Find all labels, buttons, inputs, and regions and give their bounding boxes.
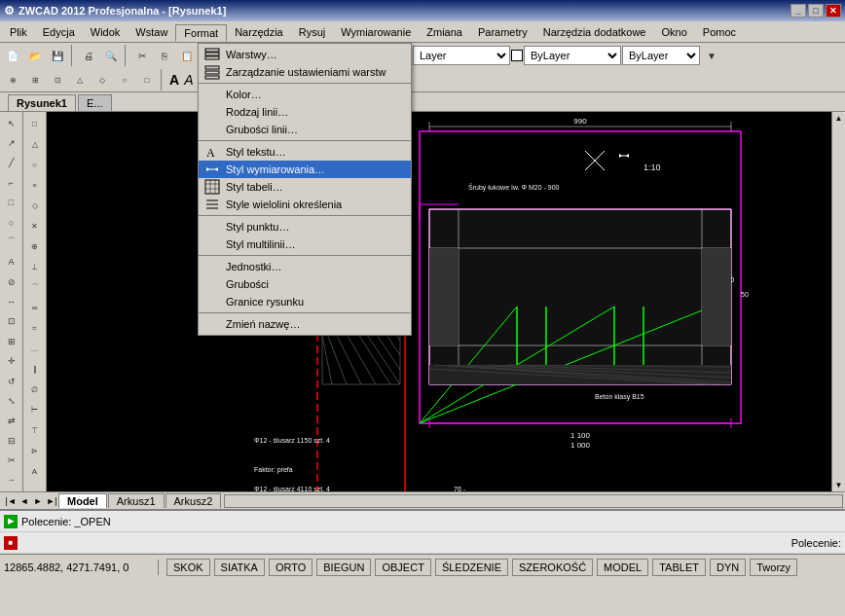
- status-szerokosc[interactable]: SZEROKOŚĆ: [512, 559, 593, 576]
- sheet-nav-last[interactable]: ►|: [45, 494, 58, 508]
- snap-quad-btn[interactable]: ◇: [25, 196, 45, 215]
- menu-narzedzia-dodatkowe[interactable]: Narzędzia dodatkowe: [535, 24, 654, 40]
- menu-kolor[interactable]: Kolor…: [199, 86, 411, 103]
- menu-rodzaj-linii[interactable]: Rodzaj linii…: [199, 103, 411, 121]
- mirror-btn[interactable]: ⇌: [2, 412, 21, 430]
- trim-btn[interactable]: ✂: [2, 451, 21, 469]
- menu-styl-multilinii[interactable]: Styl multilinii…: [199, 236, 411, 253]
- close-button[interactable]: ✕: [826, 4, 841, 18]
- snap-app-btn[interactable]: ≈: [25, 318, 45, 338]
- menu-zmien-nazwe[interactable]: Zmień nazwę…: [199, 315, 411, 333]
- menu-narzedzia[interactable]: Narzędzia: [227, 24, 291, 40]
- extra2-btn[interactable]: A: [25, 461, 45, 481]
- maximize-button[interactable]: □: [808, 4, 824, 18]
- polyline-btn[interactable]: ⌐: [2, 173, 21, 192]
- snap-tan-btn[interactable]: ⌒: [25, 277, 45, 297]
- dim-btn[interactable]: ↔: [2, 292, 21, 310]
- menu-warstwy-mgr[interactable]: Zarządzanie ustawieniami warstw: [199, 63, 411, 81]
- rotate-btn[interactable]: ↺: [2, 372, 21, 390]
- menu-edycja[interactable]: Edycja: [35, 24, 83, 40]
- menu-plik[interactable]: Plik: [2, 24, 35, 40]
- menu-styl-punktu[interactable]: Styl punktu…: [199, 218, 411, 236]
- snap-btn[interactable]: ⊕: [2, 69, 23, 91]
- extra-btn[interactable]: ⊳: [25, 441, 45, 460]
- status-object[interactable]: OBJECT: [375, 559, 430, 576]
- sheet-tab-model[interactable]: Model: [58, 493, 107, 508]
- extend-btn[interactable]: →: [2, 471, 21, 489]
- menu-warstwy[interactable]: Warstwy…: [199, 46, 411, 63]
- snap-none-btn[interactable]: ∅: [25, 380, 45, 399]
- minimize-button[interactable]: _: [790, 4, 806, 18]
- save-button[interactable]: 💾: [47, 45, 68, 66]
- menu-widok[interactable]: Widok: [83, 24, 129, 40]
- arc-btn[interactable]: ⌒: [2, 233, 21, 251]
- select2-btn[interactable]: ↗: [2, 133, 21, 152]
- menu-styl-tabeli[interactable]: Styl tabeli…: [199, 178, 411, 196]
- snap-par-btn[interactable]: ∥: [25, 359, 45, 379]
- print-preview-button[interactable]: 🔍: [100, 45, 122, 66]
- sheet-nav-prev[interactable]: ◄: [18, 494, 31, 508]
- text-btn[interactable]: A: [2, 253, 21, 272]
- menu-wymiarowanie[interactable]: Wymiarowanie: [333, 24, 419, 40]
- drawing-area[interactable]: 990 50 1:10 1 100 1 000 Φ12 - ślusarz 41…: [47, 112, 831, 491]
- scroll-down-btn[interactable]: ▼: [835, 481, 843, 489]
- snap-mid-btn[interactable]: △: [25, 134, 45, 154]
- menu-zmiana[interactable]: Zmiana: [419, 24, 470, 40]
- snap3-btn[interactable]: ⊡: [47, 69, 68, 91]
- snap-end-btn[interactable]: □: [25, 114, 45, 133]
- hatch-btn[interactable]: ⊘: [2, 272, 21, 291]
- paste-button[interactable]: 📋: [176, 45, 198, 66]
- status-sledzenie[interactable]: ŚLEDZENIE: [435, 559, 508, 576]
- cut-button[interactable]: ✂: [131, 45, 153, 66]
- menu-grubosci-linii[interactable]: Grubości linii…: [199, 121, 411, 138]
- snap-near-btn[interactable]: ∞: [25, 298, 45, 317]
- menu-parametry[interactable]: Parametry: [470, 24, 535, 40]
- linetype-select[interactable]: ByLayer: [524, 46, 621, 65]
- snap2-btn[interactable]: ⊞: [24, 69, 46, 91]
- menu-format[interactable]: Format: [175, 24, 227, 42]
- snap4-btn[interactable]: △: [69, 69, 91, 91]
- line-btn[interactable]: ╱: [2, 154, 21, 172]
- menu-styl-wymiarowania[interactable]: Styl wymiarowania…: [199, 161, 411, 178]
- snap-node-btn[interactable]: ×: [25, 175, 45, 195]
- tab-edycja[interactable]: E...: [78, 94, 112, 111]
- sheet-nav-first[interactable]: |◄: [4, 494, 18, 508]
- status-tworzy[interactable]: Tworzy: [750, 559, 797, 576]
- offset-btn[interactable]: ⊟: [2, 431, 21, 450]
- snap6-btn[interactable]: ○: [114, 69, 135, 91]
- status-orto[interactable]: ORTO: [269, 559, 312, 576]
- menu-granice[interactable]: Granice rysunku: [199, 293, 411, 310]
- snap-per-btn[interactable]: ⊥: [25, 257, 45, 276]
- right-scrollbar[interactable]: ▲ ▼: [831, 112, 845, 491]
- status-dyn[interactable]: DYN: [710, 559, 746, 576]
- snap7-btn[interactable]: □: [136, 69, 158, 91]
- menu-pomoc[interactable]: Pomoc: [695, 24, 744, 40]
- tab-rysunek1[interactable]: Rysunek1: [8, 94, 76, 111]
- menu-wstaw[interactable]: Wstaw: [128, 24, 175, 40]
- scale-btn[interactable]: ⤡: [2, 391, 21, 410]
- snap-tt-btn[interactable]: ⊤: [25, 420, 45, 440]
- sheet-nav-next[interactable]: ►: [31, 494, 45, 508]
- menu-grubosci[interactable]: Grubości: [199, 275, 411, 293]
- move-btn[interactable]: ✛: [2, 352, 21, 371]
- menu-okno[interactable]: Okno: [654, 24, 695, 40]
- status-biegun[interactable]: BIEGUN: [316, 559, 371, 576]
- snap-ext-btn[interactable]: …: [25, 339, 45, 358]
- select-btn[interactable]: ↖: [2, 114, 21, 132]
- layer-color[interactable]: [511, 50, 523, 61]
- lineweight-select[interactable]: ByLayer: [622, 46, 700, 65]
- circle-btn[interactable]: ○: [2, 213, 21, 232]
- block-btn[interactable]: ⊡: [2, 312, 21, 331]
- status-model[interactable]: MODEL: [597, 559, 648, 576]
- sheet-tab-arkusz2[interactable]: Arkusz2: [165, 493, 222, 508]
- plot-style-btn[interactable]: ▼: [701, 45, 722, 66]
- snap-ins-btn[interactable]: ⊕: [25, 236, 45, 256]
- menu-rysuj[interactable]: Rysuj: [291, 24, 334, 40]
- menu-styl-tekstu[interactable]: A Styl tekstu…: [199, 143, 411, 161]
- menu-style-wielolini[interactable]: Style wielolini określenia: [199, 196, 411, 213]
- status-tablet[interactable]: TABLET: [652, 559, 706, 576]
- status-skok[interactable]: SKOK: [166, 559, 210, 576]
- h-scroll[interactable]: [224, 494, 843, 508]
- cmd-input[interactable]: [21, 537, 788, 549]
- rect-btn[interactable]: □: [2, 194, 21, 212]
